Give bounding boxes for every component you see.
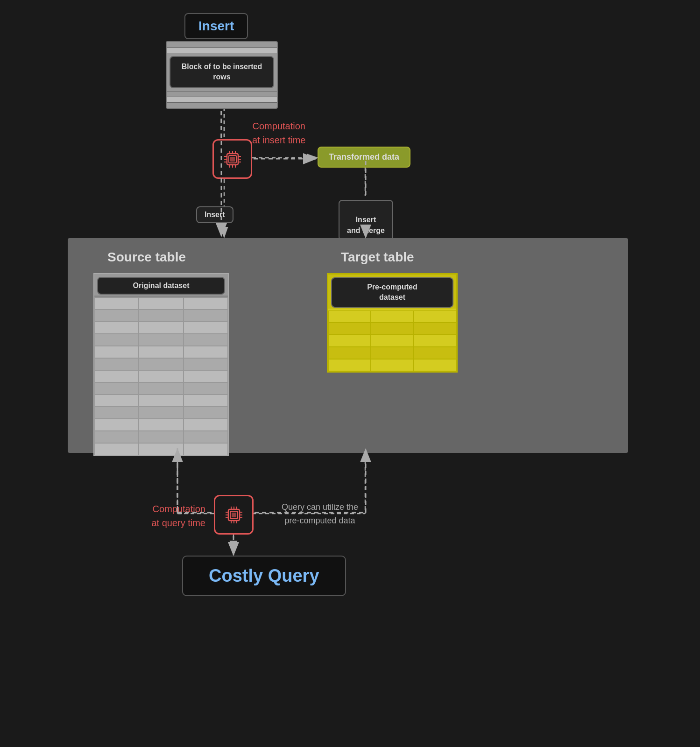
block-rows-top: Block of to be inserted rows [166, 41, 278, 109]
source-table-grid: Original dataset [93, 273, 229, 456]
cpu-chip-insert-icon [220, 147, 245, 171]
insert-merge-label: Insert and merge [339, 200, 393, 240]
svg-rect-46 [232, 513, 236, 517]
costly-query-label: Costly Query [209, 566, 319, 585]
diagram-container: Insert Block of to be inserted rows Comp… [0, 0, 700, 747]
cpu-icon-query [214, 495, 254, 535]
source-table-label: Source table [107, 250, 186, 265]
target-table-label: Target table [341, 250, 414, 265]
costly-query-node: Costly Query [182, 556, 346, 596]
insert-node: Insert [184, 13, 248, 39]
computation-insert-label: Computation at insert time [252, 119, 305, 147]
computation-query-label: Computation at query time [117, 502, 205, 530]
cpu-chip-query-icon [222, 503, 246, 527]
insert-label-mid: Insert [196, 206, 233, 223]
target-table-grid: Pre-computed dataset [327, 273, 458, 373]
query-utilize-label: Query can utilize the pre-computed data [266, 500, 374, 528]
precomputed-label: Pre-computed dataset [367, 283, 417, 301]
transformed-data-node: Transformed data [318, 147, 410, 168]
insert-label: Insert [198, 19, 234, 33]
original-dataset-label: Original dataset [133, 282, 190, 289]
svg-rect-31 [230, 157, 235, 162]
cpu-icon-insert [212, 139, 252, 179]
block-rows-label: Block of to be inserted rows [182, 63, 262, 81]
